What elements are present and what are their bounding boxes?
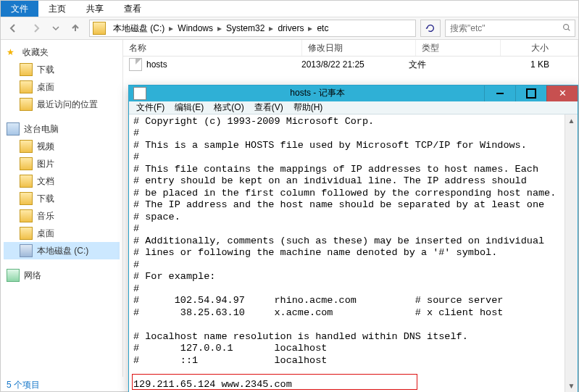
network-icon [7, 269, 20, 282]
editor-client: # Copyright (c) 1993-2009 Microsoft Corp… [129, 114, 578, 393]
scroll-down-icon[interactable]: ▼ [565, 380, 578, 392]
nav-label: 桌面 [37, 228, 54, 240]
tab-home[interactable]: 主页 [38, 1, 76, 17]
file-row-hosts[interactable]: hosts 2013/8/22 21:25 文件 1 KB [123, 57, 578, 72]
notepad-icon [133, 87, 146, 100]
nav-label: 这台电脑 [24, 123, 59, 135]
maximize-button[interactable] [515, 86, 546, 101]
chevron-right-icon: ▸ [169, 23, 173, 33]
file-icon [129, 58, 142, 71]
vertical-scrollbar[interactable]: ▲ ▼ [565, 114, 578, 393]
menu-help[interactable]: 帮助(H) [289, 101, 328, 114]
folder-icon [20, 140, 33, 153]
notepad-window: hosts - 记事本 ✕ 文件(F) 编辑(E) 格式(O) 查看(V) 帮助… [128, 85, 578, 392]
nav-videos[interactable]: 视频 [4, 138, 120, 155]
text-area[interactable]: # Copyright (c) 1993-2009 Microsoft Corp… [129, 114, 565, 393]
status-text: 5 个项目 [7, 377, 40, 392]
nav-cdrive[interactable]: 本地磁盘 (C:) [4, 242, 120, 259]
nav-recent[interactable]: 最近访问的位置 [4, 96, 120, 113]
nav-label: 文档 [37, 175, 54, 188]
annotation-highlight [132, 374, 417, 390]
file-name: hosts [146, 59, 167, 70]
col-type[interactable]: 类型 [416, 40, 501, 56]
nav-label: 视频 [37, 141, 54, 153]
search-input[interactable] [449, 22, 562, 34]
scroll-up-icon[interactable]: ▲ [565, 114, 578, 127]
nav-pictures[interactable]: 图片 [4, 155, 120, 172]
menubar: 文件(F) 编辑(E) 格式(O) 查看(V) 帮助(H) [129, 101, 578, 114]
nav-label: 图片 [37, 158, 54, 170]
window-buttons: ✕ [484, 86, 578, 101]
folder-icon [20, 98, 33, 111]
nav-favorites[interactable]: ★ 收藏夹 [4, 44, 120, 61]
search-icon [562, 22, 572, 35]
nav-desktop2[interactable]: 桌面 [4, 225, 120, 242]
file-date: 2013/8/22 21:25 [296, 59, 403, 70]
chevron-right-icon: ▸ [269, 23, 273, 33]
folder-icon [20, 209, 33, 222]
folder-icon [20, 175, 33, 188]
col-date[interactable]: 修改日期 [302, 40, 416, 56]
tab-view[interactable]: 查看 [114, 1, 151, 17]
nav-label: 音乐 [37, 210, 54, 222]
nav-music[interactable]: 音乐 [4, 207, 120, 225]
chevron-right-icon: ▸ [308, 23, 312, 33]
nav-label: 最近访问的位置 [37, 99, 98, 111]
back-button[interactable] [4, 19, 22, 38]
nav-desktop[interactable]: 桌面 [4, 78, 120, 96]
crumb-3[interactable]: drivers [275, 23, 307, 33]
folder-icon [20, 80, 33, 93]
col-name[interactable]: 名称 [123, 40, 302, 56]
refresh-button[interactable] [420, 20, 441, 37]
nav-label: 下载 [37, 193, 54, 205]
nav-computer[interactable]: 这台电脑 [4, 120, 120, 138]
folder-icon [20, 157, 33, 170]
crumb-1[interactable]: Windows [175, 23, 216, 33]
svg-point-0 [564, 24, 569, 29]
star-icon: ★ [7, 47, 18, 59]
breadcrumb[interactable]: 本地磁盘 (C:)▸ Windows▸ System32▸ drivers▸ e… [89, 20, 416, 37]
computer-icon [7, 122, 20, 135]
titlebar[interactable]: hosts - 记事本 ✕ [129, 86, 578, 101]
crumb-4[interactable]: etc [314, 23, 331, 33]
folder-icon [20, 227, 33, 240]
menu-file[interactable]: 文件(F) [132, 101, 169, 114]
column-header: 名称 修改日期 类型 大小 [123, 40, 578, 57]
tab-file[interactable]: 文件 [1, 1, 38, 17]
nav-downloads2[interactable]: 下载 [4, 190, 120, 207]
nav-label: 桌面 [37, 81, 54, 93]
folder-icon [20, 192, 33, 205]
menu-format[interactable]: 格式(O) [209, 101, 248, 114]
minimize-button[interactable] [484, 86, 515, 101]
close-button[interactable]: ✕ [546, 86, 578, 101]
file-size: 1 KB [481, 59, 578, 70]
tab-share[interactable]: 共享 [76, 1, 114, 17]
nav-network[interactable]: 网络 [4, 267, 120, 284]
file-type: 文件 [403, 59, 481, 71]
nav-label: 下载 [37, 64, 54, 76]
ribbon-tabs: 文件 主页 共享 查看 [1, 1, 578, 17]
col-size[interactable]: 大小 [501, 40, 578, 56]
nav-label: 网络 [24, 270, 41, 282]
history-dropdown[interactable] [50, 19, 62, 38]
nav-label: 本地磁盘 (C:) [37, 245, 88, 257]
search-box[interactable] [445, 20, 575, 37]
crumb-2[interactable]: System32 [223, 23, 267, 33]
drive-icon [93, 22, 106, 35]
nav-downloads[interactable]: 下载 [4, 61, 120, 78]
menu-edit[interactable]: 编辑(E) [170, 101, 208, 114]
menu-view[interactable]: 查看(V) [250, 101, 288, 114]
window-title: hosts - 记事本 [151, 87, 484, 99]
folder-icon [20, 63, 33, 76]
nav-pane: ★ 收藏夹 下载 桌面 最近访问的位置 这台电脑 视频 图片 文档 下载 音乐 … [1, 40, 123, 377]
drive-icon [20, 244, 33, 257]
crumb-0[interactable]: 本地磁盘 (C:) [110, 22, 167, 35]
nav-label: 收藏夹 [22, 46, 49, 59]
chevron-right-icon: ▸ [217, 23, 222, 33]
address-toolbar: 本地磁盘 (C:)▸ Windows▸ System32▸ drivers▸ e… [1, 17, 578, 40]
nav-documents[interactable]: 文档 [4, 172, 120, 190]
forward-button[interactable] [27, 19, 46, 38]
up-button[interactable] [66, 19, 85, 38]
